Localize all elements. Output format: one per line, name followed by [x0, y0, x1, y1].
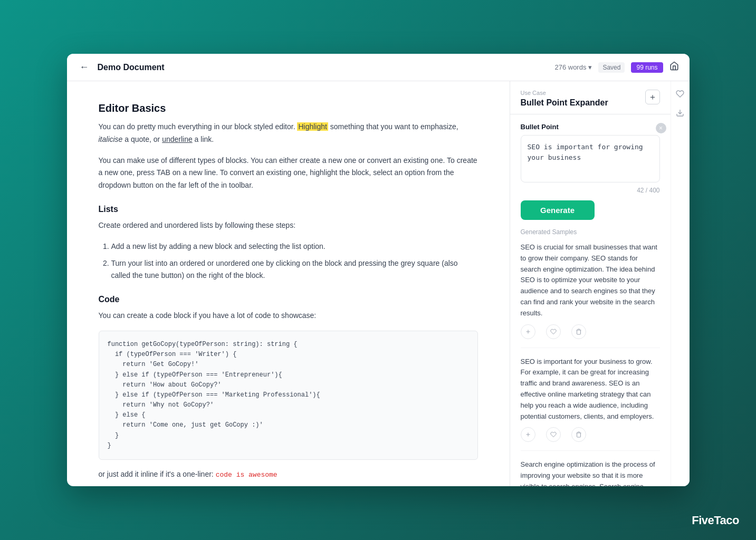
sample-actions-2: [521, 427, 660, 442]
download-button[interactable]: [676, 109, 684, 117]
download-icon: [676, 109, 684, 117]
sidebar-icon-strip: [671, 81, 690, 486]
trash-icon: [576, 431, 582, 438]
inline-code-line: or just add it inline if it's a one-line…: [99, 468, 478, 481]
close-circle-button[interactable]: ×: [656, 123, 666, 133]
plus-icon: [525, 329, 531, 335]
runs-badge[interactable]: 99 runs: [631, 62, 663, 73]
favorite-button[interactable]: [676, 90, 684, 98]
para1-after: something that you want to emphasize,: [328, 122, 458, 131]
main-content: Editor Basics You can do pretty much eve…: [67, 81, 690, 486]
sample-text-3: Search engine optimization is the proces…: [521, 459, 660, 486]
like-sample-2-button[interactable]: [546, 427, 561, 442]
discard-sample-2-button[interactable]: [571, 427, 586, 442]
word-count-text: 276 words: [554, 63, 586, 71]
use-case-info: Use Case Bullet Point Expander: [521, 90, 608, 108]
list-item-2: Turn your list into an ordered or unorde…: [111, 257, 478, 283]
code-block: function getGoCopy(typeOfPerson: string)…: [99, 331, 478, 460]
sidebar-inner: Use Case Bullet Point Expander ＋ Bullet …: [510, 81, 671, 486]
saved-badge: Saved: [598, 62, 625, 73]
sample-text-2: SEO is important for your business to gr…: [521, 356, 660, 422]
header-left: ← Demo Document: [78, 60, 165, 75]
sample-card-1: SEO is crucial for small businesses that…: [521, 242, 660, 348]
add-sample-1-button[interactable]: [521, 324, 535, 339]
sidebar-body: Bullet Point SEO is important for growin…: [510, 114, 671, 486]
list-item-1: Add a new list by adding a new block and…: [111, 240, 478, 253]
app-window: ← Demo Document 276 words ▾ Saved 99 run…: [67, 54, 690, 486]
field-label: Bullet Point: [521, 123, 660, 131]
sidebar-add-button[interactable]: ＋: [645, 90, 660, 104]
underline-text: underline: [162, 135, 193, 143]
home-icon: [669, 61, 679, 71]
editor-paragraph-1: You can do pretty much everything in our…: [99, 121, 478, 146]
document-title: Demo Document: [98, 63, 165, 72]
like-sample-1-button[interactable]: [546, 324, 561, 339]
heart-icon: [550, 329, 557, 335]
heart-strip-icon: [676, 90, 684, 98]
generated-samples-label: Generated Samples: [521, 228, 660, 236]
highlight-text: Highlight: [297, 122, 328, 131]
editor-heading-3: Code: [99, 295, 478, 304]
inline-before: or just add it inline if it's a one-line…: [99, 470, 216, 478]
editor-heading-2: Lists: [99, 205, 478, 214]
para1-end: a link.: [193, 135, 214, 143]
sidebar-header: Use Case Bullet Point Expander ＋: [510, 81, 671, 114]
bullet-point-input[interactable]: SEO is important for growing your busine…: [521, 135, 660, 182]
heart-icon: [550, 431, 557, 438]
home-button[interactable]: [669, 61, 679, 73]
sidebar-outer: Use Case Bullet Point Expander ＋ Bullet …: [510, 81, 690, 486]
sample-card-2: SEO is important for your business to gr…: [521, 356, 660, 451]
para1-mid: a quote, or: [122, 135, 162, 143]
word-count: 276 words ▾: [554, 63, 592, 71]
lists-intro: Create ordered and unordered lists by fo…: [99, 219, 478, 232]
trash-icon: [576, 329, 582, 335]
para1-before: You can do pretty much everything in our…: [99, 122, 298, 131]
sample-card-3: Search engine optimization is the proces…: [521, 459, 660, 486]
sample-text-1: SEO is crucial for small businesses that…: [521, 242, 660, 319]
discard-sample-1-button[interactable]: [571, 324, 586, 339]
lists-ordered: Add a new list by adding a new block and…: [111, 240, 478, 282]
add-sample-2-button[interactable]: [521, 427, 535, 442]
editor-paragraph-2: You can make use of different types of b…: [99, 155, 478, 192]
generate-button[interactable]: Generate: [521, 200, 595, 220]
italic-text: italicise: [99, 135, 123, 143]
code-intro: You can create a code block if you have …: [99, 310, 478, 322]
editor-heading-1: Editor Basics: [99, 102, 478, 114]
brand-name: FiveTaco: [692, 514, 739, 527]
back-button[interactable]: ←: [78, 60, 91, 75]
use-case-label: Use Case: [521, 90, 608, 96]
char-count: 42 / 400: [521, 187, 660, 194]
word-count-chevron-icon: ▾: [588, 63, 592, 71]
header-right: 276 words ▾ Saved 99 runs: [554, 61, 678, 73]
header: ← Demo Document 276 words ▾ Saved 99 run…: [67, 54, 690, 81]
use-case-title: Bullet Point Expander: [521, 98, 608, 108]
plus-icon: [525, 431, 531, 438]
inline-code: code is awesome: [216, 471, 277, 479]
editor-panel: Editor Basics You can do pretty much eve…: [67, 81, 510, 486]
sample-actions-1: [521, 324, 660, 339]
